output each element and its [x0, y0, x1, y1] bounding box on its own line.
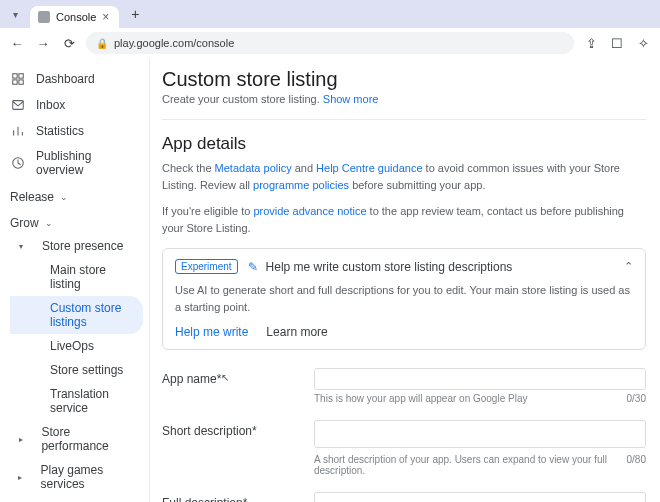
ai-card-title: Help me write custom store listing descr…	[266, 260, 513, 274]
sidebar-item-label: LiveOps	[50, 339, 94, 353]
sidebar-item-label: Statistics	[36, 124, 84, 138]
full-description-label: Full description*	[162, 492, 302, 502]
new-tab-button[interactable]: +	[125, 4, 145, 24]
sidebar-section-label: Grow	[10, 216, 39, 230]
short-description-helper: A short description of your app. Users c…	[314, 454, 627, 476]
sidebar-section-label: Release	[10, 190, 54, 204]
full-description-input[interactable]	[314, 492, 646, 502]
sidebar-item-store-settings[interactable]: Store settings	[10, 358, 143, 382]
sidebar-item-custom-store-listings[interactable]: Custom store listings	[10, 296, 143, 334]
help-centre-link[interactable]: Help Centre guidance	[316, 162, 422, 174]
sidebar-item-translation-service[interactable]: Translation service	[10, 382, 143, 420]
share-icon[interactable]: ⇪	[582, 34, 600, 52]
sidebar-item-publishing[interactable]: Publishing overview	[0, 144, 149, 182]
back-icon[interactable]: ←	[8, 34, 26, 52]
sidebar-item-store-presence[interactable]: ▾ Store presence	[10, 234, 143, 258]
chevron-down-icon: ⌄	[60, 192, 68, 202]
app-name-counter: 0/30	[627, 393, 646, 404]
page-title: Custom store listing	[162, 68, 646, 91]
metadata-policy-link[interactable]: Metadata policy	[215, 162, 292, 174]
browser-tab-active[interactable]: Console ×	[30, 6, 119, 28]
sidebar-item-label: Store performance	[41, 425, 135, 453]
statistics-icon	[10, 123, 26, 139]
divider	[162, 119, 646, 120]
forward-icon[interactable]: →	[34, 34, 52, 52]
magic-wand-icon: ✎	[248, 260, 258, 274]
app-name-helper: This is how your app will appear on Goog…	[314, 393, 527, 404]
cursor-icon: ↖	[221, 372, 229, 383]
sidebar-section-grow[interactable]: Grow ⌄	[0, 208, 149, 234]
window-menu-icon[interactable]: ▾	[8, 7, 22, 21]
bookmark-icon[interactable]: ☐	[608, 34, 626, 52]
ai-experiment-card: Experiment ✎ Help me write custom store …	[162, 248, 646, 350]
show-more-link[interactable]: Show more	[323, 93, 379, 105]
short-description-input[interactable]	[314, 420, 646, 448]
sidebar-section-quality[interactable]: Quality ⌄	[0, 496, 149, 502]
publishing-icon	[10, 155, 26, 171]
svg-rect-0	[13, 74, 17, 78]
sidebar-item-liveops[interactable]: LiveOps	[10, 334, 143, 358]
close-icon[interactable]: ×	[102, 10, 109, 24]
extensions-icon[interactable]: ✧	[634, 34, 652, 52]
help-me-write-button[interactable]: Help me write	[175, 325, 248, 339]
browser-toolbar: ← → ⟳ 🔒 play.google.com/console ⇪ ☐ ✧	[0, 28, 660, 58]
caret-down-icon: ▾	[16, 242, 26, 251]
reload-icon[interactable]: ⟳	[60, 34, 78, 52]
dashboard-icon	[10, 71, 26, 87]
svg-rect-2	[13, 80, 17, 84]
sidebar-item-label: Dashboard	[36, 72, 95, 86]
advance-notice-link[interactable]: provide advance notice	[253, 205, 366, 217]
sidebar-item-label: Play games services	[41, 463, 135, 491]
inbox-icon	[10, 97, 26, 113]
sidebar-item-label: Custom store listings	[50, 301, 135, 329]
svg-rect-4	[13, 101, 24, 110]
collapse-icon[interactable]: ⌃	[624, 260, 633, 273]
chevron-down-icon: ⌄	[45, 218, 53, 228]
svg-rect-1	[19, 74, 23, 78]
subtitle-text: Create your custom store listing.	[162, 93, 320, 105]
browser-tabstrip: ▾ Console × +	[0, 0, 660, 28]
svg-rect-3	[19, 80, 23, 84]
sidebar-item-label: Store presence	[42, 239, 123, 253]
tab-favicon-icon	[38, 11, 50, 23]
address-bar[interactable]: 🔒 play.google.com/console	[86, 32, 574, 54]
sidebar: Dashboard Inbox Statistics Publishing ov…	[0, 58, 150, 502]
programme-policies-link[interactable]: programme policies	[253, 179, 349, 191]
sidebar-item-label: Translation service	[50, 387, 135, 415]
app-name-label: App name*↖	[162, 368, 302, 386]
app-details-para-1: Check the Metadata policy and Help Centr…	[162, 160, 646, 193]
lock-icon: 🔒	[96, 38, 108, 49]
section-app-details-heading: App details	[162, 134, 646, 154]
sidebar-item-main-store-listing[interactable]: Main store listing	[10, 258, 143, 296]
sidebar-item-label: Store settings	[50, 363, 123, 377]
address-url: play.google.com/console	[114, 37, 234, 49]
sidebar-item-label: Inbox	[36, 98, 65, 112]
caret-right-icon: ▸	[16, 473, 25, 482]
sidebar-item-label: Publishing overview	[36, 149, 139, 177]
sidebar-section-release[interactable]: Release ⌄	[0, 182, 149, 208]
caret-right-icon: ▸	[16, 435, 25, 444]
sidebar-item-dashboard[interactable]: Dashboard	[0, 66, 149, 92]
learn-more-link[interactable]: Learn more	[266, 325, 327, 339]
sidebar-item-play-games-services[interactable]: ▸ Play games services	[10, 458, 143, 496]
short-description-label: Short description*	[162, 420, 302, 438]
tab-title: Console	[56, 11, 96, 23]
main-content: Custom store listing Create your custom …	[150, 58, 660, 502]
sidebar-item-statistics[interactable]: Statistics	[0, 118, 149, 144]
sidebar-item-label: Main store listing	[50, 263, 135, 291]
app-details-para-2: If you're eligible to provide advance no…	[162, 203, 646, 236]
ai-card-description: Use AI to generate short and full descri…	[175, 282, 633, 315]
experiment-badge: Experiment	[175, 259, 238, 274]
page-subtitle: Create your custom store listing. Show m…	[162, 93, 646, 105]
sidebar-item-inbox[interactable]: Inbox	[0, 92, 149, 118]
short-description-counter: 0/80	[627, 454, 646, 476]
sidebar-item-store-performance[interactable]: ▸ Store performance	[10, 420, 143, 458]
app-name-input[interactable]	[314, 368, 646, 390]
